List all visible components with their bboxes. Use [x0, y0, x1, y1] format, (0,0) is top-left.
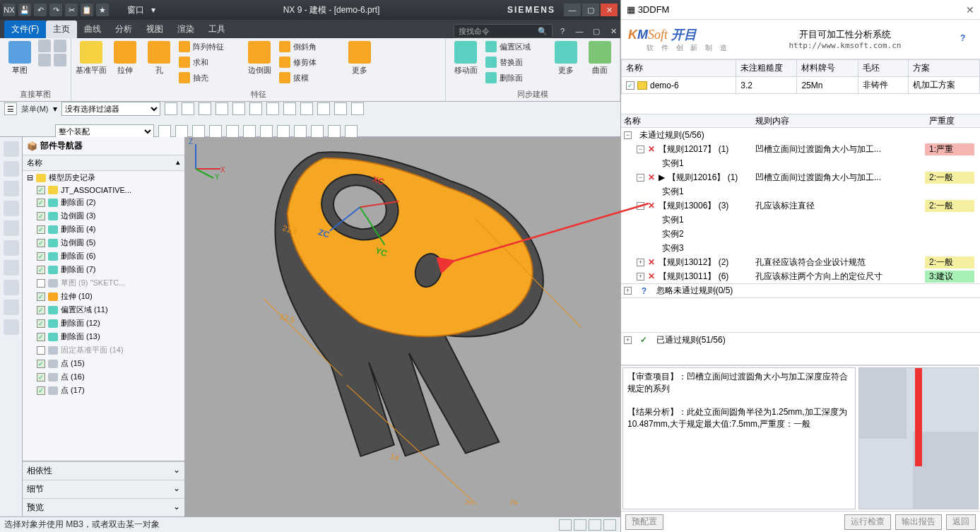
expand-icon[interactable]: −: [637, 146, 644, 153]
save-icon[interactable]: 💾: [18, 4, 31, 16]
doc-close-icon[interactable]: ✕: [606, 24, 620, 38]
tab-analyze[interactable]: 分析: [108, 20, 139, 38]
vt2-icon[interactable]: [4, 161, 19, 177]
checkbox-icon[interactable]: ✓: [37, 266, 45, 274]
f7-icon[interactable]: [266, 102, 279, 115]
moveface-button[interactable]: 移动面: [450, 40, 481, 76]
g1-icon[interactable]: [158, 125, 171, 138]
checkbox-icon[interactable]: ✓: [37, 225, 45, 234]
vt8-icon[interactable]: [4, 280, 19, 295]
expand-icon[interactable]: −: [637, 202, 644, 210]
tree-item[interactable]: ✓ 拉伸 (10): [23, 290, 184, 303]
hole-button[interactable]: 孔: [143, 40, 175, 76]
g2-icon[interactable]: [175, 125, 188, 138]
rule-instance[interactable]: 实例1: [621, 213, 980, 227]
circle-icon[interactable]: [54, 54, 66, 66]
filter-select[interactable]: 没有选择过滤器: [61, 102, 160, 116]
close-button[interactable]: ✕: [601, 4, 618, 16]
offset-button[interactable]: 偏置区域: [484, 40, 548, 54]
undo-icon[interactable]: ↶: [34, 4, 47, 16]
g4-icon[interactable]: [209, 125, 222, 138]
tree-item[interactable]: ✓ 边倒圆 (3): [23, 209, 184, 223]
chamfer-big-button[interactable]: 边倒圆: [244, 40, 275, 76]
shell-button[interactable]: 抽壳: [177, 71, 241, 85]
rule-row[interactable]: + ✕ 【规则13011】 (6) 孔应该标注两个方向上的定位尺寸 3:建议: [621, 269, 980, 283]
doc-min-icon[interactable]: —: [572, 24, 586, 38]
checkbox-icon[interactable]: ✓: [37, 386, 45, 395]
expand-icon[interactable]: +: [637, 259, 644, 266]
datum-button[interactable]: 基准平面: [76, 40, 107, 76]
line-icon[interactable]: [38, 40, 51, 52]
checkbox-icon[interactable]: ✓: [37, 319, 45, 328]
cut-icon[interactable]: ✂: [65, 4, 78, 16]
sec-preview[interactable]: 预览⌄: [23, 498, 184, 516]
g3-icon[interactable]: [192, 125, 205, 138]
window-menu[interactable]: 窗口: [124, 3, 147, 18]
rules-root[interactable]: − 未通过规则(5/56): [621, 128, 980, 142]
tree-item[interactable]: ✓ 点 (15): [23, 357, 184, 370]
tab-file[interactable]: 文件(F): [4, 20, 46, 38]
surface-button[interactable]: 曲面: [584, 40, 615, 76]
sketch-button[interactable]: 草图: [4, 40, 35, 76]
passed-root[interactable]: + ✓ 已通过规则(51/56): [621, 333, 980, 347]
sync-more-button[interactable]: 更多: [550, 40, 581, 76]
g9-icon[interactable]: [294, 125, 307, 138]
rule-row[interactable]: − ✕ 【规则12017】 (1) 凹槽立面间过渡圆角大小与加工... 1:严重: [621, 142, 980, 156]
maximize-button[interactable]: ▢: [582, 4, 599, 16]
checkbox-icon[interactable]: ✓: [37, 239, 45, 247]
checkbox-icon[interactable]: ✓: [37, 373, 45, 382]
checkbox-icon[interactable]: ✓: [37, 186, 45, 194]
tree-item[interactable]: ✓ 偏置区域 (11): [23, 303, 184, 317]
checkbox-icon[interactable]: ✓: [37, 199, 45, 207]
f11-icon[interactable]: [334, 102, 347, 115]
expand-icon[interactable]: +: [637, 273, 644, 280]
tree-item[interactable]: ✓ 删除面 (12): [23, 317, 184, 330]
command-search[interactable]: 搜找命令 🔍: [454, 24, 553, 38]
tree-root[interactable]: ⊟ 模型历史记录: [23, 171, 184, 184]
draft-button[interactable]: 拔模: [278, 71, 341, 85]
tree-item[interactable]: ✓ 草图 (9) "SKETC...: [23, 276, 184, 290]
run-button[interactable]: 运行检查: [844, 514, 891, 530]
tab-view[interactable]: 视图: [139, 20, 170, 38]
rect-icon[interactable]: [54, 40, 66, 52]
sec-depend[interactable]: 相依性⌄: [23, 461, 184, 480]
tree-item[interactable]: ✓ 固定基准平面 (14): [23, 343, 184, 357]
g8-icon[interactable]: [277, 125, 290, 138]
vt7-icon[interactable]: [4, 260, 19, 276]
dfm-close-icon[interactable]: ✕: [966, 4, 974, 16]
nav-tree[interactable]: ⊟ 模型历史记录 ✓ JT_ASSOCIATIVE...✓ 删除面 (2)✓ 边…: [23, 171, 184, 461]
f5-icon[interactable]: [232, 102, 245, 115]
material-row[interactable]: ✓demo-6 3.2 25Mn 非铸件 机加工方案: [622, 77, 980, 94]
checkbox-icon[interactable]: ✓: [37, 306, 45, 314]
rule-instance[interactable]: 实例1: [621, 156, 980, 170]
f12-icon[interactable]: [351, 102, 364, 115]
tab-home[interactable]: 主页: [46, 20, 77, 38]
f10-icon[interactable]: [317, 102, 330, 115]
feature-more-button[interactable]: 更多: [344, 40, 375, 76]
help-icon[interactable]: ?: [960, 33, 973, 46]
checkbox-icon[interactable]: ✓: [37, 346, 45, 355]
vt10-icon[interactable]: [4, 319, 19, 335]
row-check-icon[interactable]: ✓: [626, 81, 634, 90]
vt4-icon[interactable]: [4, 201, 19, 216]
rule-instance[interactable]: 实例2: [621, 227, 980, 241]
help-icon[interactable]: ?: [555, 24, 569, 38]
nav-header[interactable]: 名称▴: [23, 155, 184, 171]
export-button[interactable]: 输出报告: [895, 514, 942, 530]
expand-icon[interactable]: +: [624, 336, 632, 344]
tree-item[interactable]: ✓ 点 (17): [23, 384, 184, 397]
ignored-root[interactable]: + ? 忽略未通过规则(0/5): [621, 283, 980, 297]
back-button[interactable]: 返回: [946, 514, 976, 530]
f2-icon[interactable]: [182, 102, 194, 115]
extrude-button[interactable]: 拉伸: [110, 40, 141, 76]
arc-icon[interactable]: [38, 54, 51, 66]
preset-button[interactable]: 预配置: [625, 514, 663, 530]
tab-render[interactable]: 渲染: [170, 20, 201, 38]
rule-row[interactable]: − ✕ ▶ 【规则12016】 (1) 凹槽立面间过渡圆角大小与加工... 2:…: [621, 170, 980, 184]
vt6-icon[interactable]: [4, 240, 19, 256]
tree-item[interactable]: ✓ 边倒圆 (5): [23, 236, 184, 249]
vt5-icon[interactable]: [4, 220, 19, 236]
g6-icon[interactable]: [243, 125, 256, 138]
minimize-button[interactable]: —: [564, 4, 581, 16]
checkbox-icon[interactable]: ✓: [37, 292, 45, 301]
